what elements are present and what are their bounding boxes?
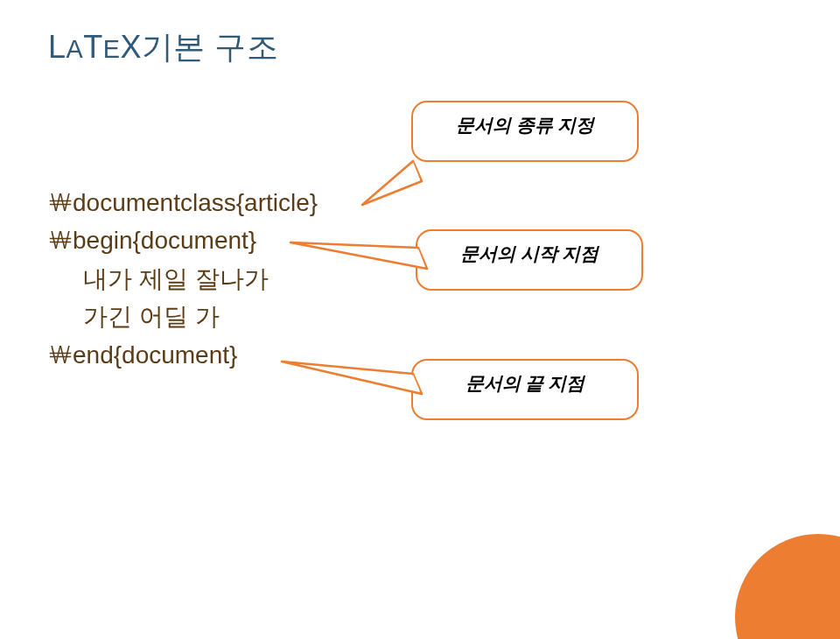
latex-code-sample: ￦documentclass{article} ￦begin{document}… [48, 184, 318, 374]
svg-marker-4 [282, 362, 422, 394]
callout-tail-icon [360, 159, 422, 212]
code-line-content-1: 내가 제일 잘나가 [83, 260, 318, 298]
callout-label: 문서의 끝 지점 [466, 373, 585, 394]
callout-document-type: 문서의 종류 지정 [411, 101, 639, 162]
code-line-documentclass: ￦documentclass{article} [48, 184, 318, 221]
svg-marker-0 [362, 161, 422, 205]
callout-document-start: 문서의 시작 지점 [416, 229, 643, 291]
callout-label: 문서의 종류 지정 [456, 115, 594, 136]
page-title: LATEX기본 구조 [48, 26, 278, 69]
callout-tail-icon [280, 355, 424, 403]
callout-document-end: 문서의 끝 지점 [411, 359, 639, 420]
callout-label: 문서의 시작 지점 [460, 243, 598, 264]
slide: LATEX기본 구조 ￦documentclass{article} ￦begi… [0, 0, 840, 639]
svg-marker-2 [290, 242, 427, 269]
code-line-begin: ￦begin{document} [48, 221, 318, 259]
code-line-content-2: 가긴 어딜 가 [83, 298, 318, 335]
decorative-corner-circle [735, 534, 840, 639]
callout-tail-icon [289, 241, 429, 293]
code-line-end: ￦end{document} [48, 336, 318, 374]
